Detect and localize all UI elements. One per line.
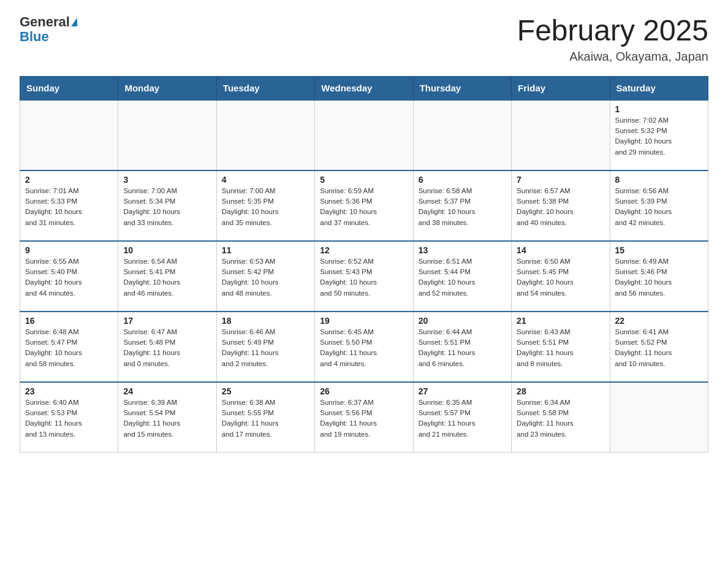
day-info: Sunrise: 6:49 AMSunset: 5:46 PMDaylight:… [615,256,703,299]
day-number: 28 [517,386,604,396]
day-info: Sunrise: 6:57 AMSunset: 5:38 PMDaylight:… [517,186,604,228]
calendar-cell: 20Sunrise: 6:44 AMSunset: 5:51 PMDayligh… [413,312,511,382]
day-info: Sunrise: 7:01 AMSunset: 5:33 PMDaylight:… [25,186,113,228]
day-number: 9 [25,245,113,255]
calendar-cell: 3Sunrise: 7:00 AMSunset: 5:34 PMDaylight… [118,170,216,241]
day-number: 6 [419,175,506,185]
day-info: Sunrise: 6:59 AMSunset: 5:36 PMDaylight:… [320,186,408,228]
logo-triangle-icon [71,18,77,26]
day-number: 12 [320,245,408,255]
calendar-cell: 17Sunrise: 6:47 AMSunset: 5:48 PMDayligh… [118,312,216,382]
day-number: 5 [320,175,408,185]
weekday-header: Sunday [20,76,118,100]
day-number: 8 [615,175,703,185]
logo: General Blue [20,15,77,44]
calendar-cell: 11Sunrise: 6:53 AMSunset: 5:42 PMDayligh… [216,241,314,312]
logo-blue-text: Blue [20,29,49,44]
weekday-header: Tuesday [216,76,314,100]
calendar-cell: 19Sunrise: 6:45 AMSunset: 5:50 PMDayligh… [315,312,413,382]
day-info: Sunrise: 6:44 AMSunset: 5:51 PMDaylight:… [419,327,506,369]
day-info: Sunrise: 6:55 AMSunset: 5:40 PMDaylight:… [25,256,113,299]
calendar-week-row: 9Sunrise: 6:55 AMSunset: 5:40 PMDaylight… [20,241,708,312]
day-number: 7 [517,175,604,185]
calendar-title-block: February 2025 Akaiwa, Okayama, Japan [517,15,708,64]
day-number: 23 [25,386,113,396]
calendar-cell: 2Sunrise: 7:01 AMSunset: 5:33 PMDaylight… [20,170,118,241]
calendar-cell: 9Sunrise: 6:55 AMSunset: 5:40 PMDaylight… [20,241,118,312]
day-number: 15 [615,245,703,255]
day-info: Sunrise: 6:53 AMSunset: 5:42 PMDaylight:… [222,256,309,299]
day-number: 3 [123,175,211,185]
calendar-cell: 24Sunrise: 6:39 AMSunset: 5:54 PMDayligh… [118,382,216,453]
day-number: 1 [615,104,703,114]
day-number: 22 [615,316,703,326]
day-number: 17 [123,316,211,326]
calendar-cell: 27Sunrise: 6:35 AMSunset: 5:57 PMDayligh… [413,382,511,453]
weekday-header: Saturday [610,76,708,100]
calendar-week-row: 1Sunrise: 7:02 AMSunset: 5:32 PMDaylight… [20,100,708,170]
day-info: Sunrise: 7:02 AMSunset: 5:32 PMDaylight:… [615,115,703,158]
day-info: Sunrise: 6:46 AMSunset: 5:49 PMDaylight:… [222,327,309,369]
calendar-header-row: SundayMondayTuesdayWednesdayThursdayFrid… [20,76,708,100]
day-info: Sunrise: 7:00 AMSunset: 5:35 PMDaylight:… [222,186,309,228]
day-info: Sunrise: 6:38 AMSunset: 5:55 PMDaylight:… [222,397,309,440]
day-info: Sunrise: 6:43 AMSunset: 5:51 PMDaylight:… [517,327,604,369]
calendar-cell: 22Sunrise: 6:41 AMSunset: 5:52 PMDayligh… [610,312,708,382]
day-info: Sunrise: 7:00 AMSunset: 5:34 PMDaylight:… [123,186,211,228]
day-info: Sunrise: 6:35 AMSunset: 5:57 PMDaylight:… [419,397,506,440]
weekday-header: Wednesday [315,76,413,100]
calendar-cell: 23Sunrise: 6:40 AMSunset: 5:53 PMDayligh… [20,382,118,453]
calendar-cell [610,382,708,453]
calendar-title: February 2025 [517,15,708,47]
day-number: 11 [222,245,309,255]
day-number: 20 [419,316,506,326]
calendar-cell: 25Sunrise: 6:38 AMSunset: 5:55 PMDayligh… [216,382,314,453]
calendar-cell: 18Sunrise: 6:46 AMSunset: 5:49 PMDayligh… [216,312,314,382]
day-number: 18 [222,316,309,326]
day-number: 19 [320,316,408,326]
calendar-cell: 13Sunrise: 6:51 AMSunset: 5:44 PMDayligh… [413,241,511,312]
calendar-week-row: 2Sunrise: 7:01 AMSunset: 5:33 PMDaylight… [20,170,708,241]
calendar-cell [216,100,314,170]
day-number: 26 [320,386,408,396]
logo-general-text: General [20,15,70,29]
calendar-cell: 10Sunrise: 6:54 AMSunset: 5:41 PMDayligh… [118,241,216,312]
calendar-week-row: 16Sunrise: 6:48 AMSunset: 5:47 PMDayligh… [20,312,708,382]
day-number: 21 [517,316,604,326]
calendar-cell: 8Sunrise: 6:56 AMSunset: 5:39 PMDaylight… [610,170,708,241]
calendar-cell: 7Sunrise: 6:57 AMSunset: 5:38 PMDaylight… [512,170,610,241]
day-number: 25 [222,386,309,396]
day-number: 2 [25,175,113,185]
day-number: 10 [123,245,211,255]
calendar-cell [118,100,216,170]
calendar-cell: 4Sunrise: 7:00 AMSunset: 5:35 PMDaylight… [216,170,314,241]
day-info: Sunrise: 6:45 AMSunset: 5:50 PMDaylight:… [320,327,408,369]
calendar-cell [20,100,118,170]
day-info: Sunrise: 6:54 AMSunset: 5:41 PMDaylight:… [123,256,211,299]
day-number: 4 [222,175,309,185]
calendar-cell: 28Sunrise: 6:34 AMSunset: 5:58 PMDayligh… [512,382,610,453]
calendar-cell [315,100,413,170]
day-number: 13 [419,245,506,255]
calendar-cell [512,100,610,170]
weekday-header: Friday [512,76,610,100]
calendar-table: SundayMondayTuesdayWednesdayThursdayFrid… [20,76,708,453]
calendar-cell: 26Sunrise: 6:37 AMSunset: 5:56 PMDayligh… [315,382,413,453]
day-info: Sunrise: 6:52 AMSunset: 5:43 PMDaylight:… [320,256,408,299]
day-info: Sunrise: 6:47 AMSunset: 5:48 PMDaylight:… [123,327,211,369]
day-info: Sunrise: 6:37 AMSunset: 5:56 PMDaylight:… [320,397,408,440]
calendar-cell [413,100,511,170]
calendar-cell: 15Sunrise: 6:49 AMSunset: 5:46 PMDayligh… [610,241,708,312]
day-info: Sunrise: 6:40 AMSunset: 5:53 PMDaylight:… [25,397,113,440]
day-info: Sunrise: 6:51 AMSunset: 5:44 PMDaylight:… [419,256,506,299]
calendar-week-row: 23Sunrise: 6:40 AMSunset: 5:53 PMDayligh… [20,382,708,453]
weekday-header: Monday [118,76,216,100]
calendar-cell: 1Sunrise: 7:02 AMSunset: 5:32 PMDaylight… [610,100,708,170]
calendar-subtitle: Akaiwa, Okayama, Japan [517,50,708,64]
weekday-header: Thursday [413,76,511,100]
calendar-cell: 21Sunrise: 6:43 AMSunset: 5:51 PMDayligh… [512,312,610,382]
day-info: Sunrise: 6:56 AMSunset: 5:39 PMDaylight:… [615,186,703,228]
day-info: Sunrise: 6:48 AMSunset: 5:47 PMDaylight:… [25,327,113,369]
day-info: Sunrise: 6:58 AMSunset: 5:37 PMDaylight:… [419,186,506,228]
calendar-cell: 14Sunrise: 6:50 AMSunset: 5:45 PMDayligh… [512,241,610,312]
